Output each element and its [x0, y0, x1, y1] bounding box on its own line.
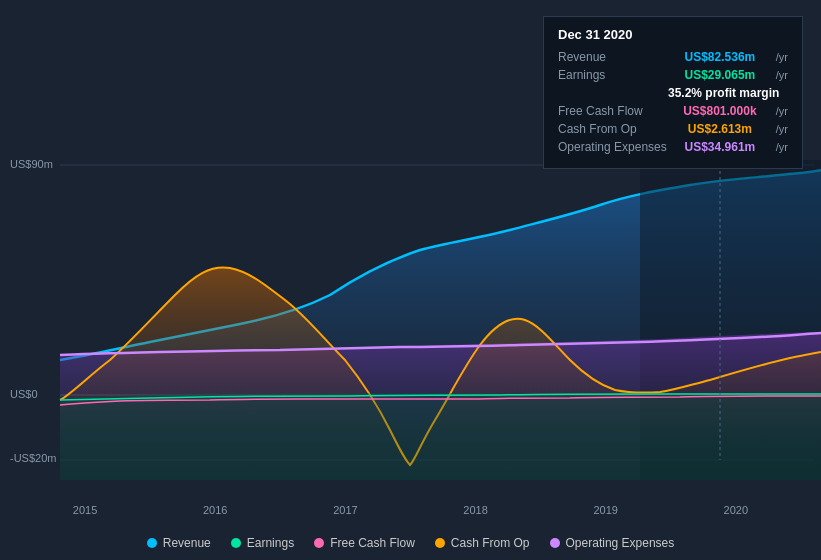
legend-label-fcf: Free Cash Flow — [330, 536, 415, 550]
x-label-2019: 2019 — [593, 504, 617, 516]
legend-label-cashop: Cash From Op — [451, 536, 530, 550]
tooltip-unit-revenue: /yr — [776, 51, 788, 63]
legend-revenue[interactable]: Revenue — [147, 536, 211, 550]
legend-dot-fcf — [314, 538, 324, 548]
x-label-2018: 2018 — [463, 504, 487, 516]
y-label-top: US$90m — [10, 158, 53, 170]
tooltip-label-cashop: Cash From Op — [558, 122, 668, 136]
tooltip-row-cashop: Cash From Op US$2.613m /yr — [558, 122, 788, 136]
tooltip-row-earnings: Earnings US$29.065m /yr — [558, 68, 788, 82]
x-label-2017: 2017 — [333, 504, 357, 516]
x-label-2016: 2016 — [203, 504, 227, 516]
chart-legend: Revenue Earnings Free Cash Flow Cash Fro… — [0, 536, 821, 550]
y-label-mid: US$0 — [10, 388, 38, 400]
legend-fcf[interactable]: Free Cash Flow — [314, 536, 415, 550]
tooltip-unit-fcf: /yr — [776, 105, 788, 117]
tooltip-value-revenue: US$82.536m — [685, 50, 756, 64]
tooltip-value-earnings: US$29.065m — [685, 68, 756, 82]
tooltip-margin: 35.2% profit margin — [558, 86, 788, 100]
data-tooltip: Dec 31 2020 Revenue US$82.536m /yr Earni… — [543, 16, 803, 169]
legend-dot-revenue — [147, 538, 157, 548]
tooltip-unit-opex: /yr — [776, 141, 788, 153]
tooltip-label-revenue: Revenue — [558, 50, 668, 64]
legend-dot-cashop — [435, 538, 445, 548]
tooltip-unit-cashop: /yr — [776, 123, 788, 135]
tooltip-title: Dec 31 2020 — [558, 27, 788, 42]
legend-dot-opex — [550, 538, 560, 548]
tooltip-value-cashop: US$2.613m — [688, 122, 752, 136]
tooltip-unit-earnings: /yr — [776, 69, 788, 81]
y-label-bottom: -US$20m — [10, 452, 56, 464]
tooltip-row-revenue: Revenue US$82.536m /yr — [558, 50, 788, 64]
x-axis-labels: 2015 2016 2017 2018 2019 2020 — [0, 504, 821, 516]
tooltip-value-opex: US$34.961m — [685, 140, 756, 154]
legend-label-opex: Operating Expenses — [566, 536, 675, 550]
tooltip-label-fcf: Free Cash Flow — [558, 104, 668, 118]
legend-earnings[interactable]: Earnings — [231, 536, 294, 550]
legend-label-earnings: Earnings — [247, 536, 294, 550]
x-label-2015: 2015 — [73, 504, 97, 516]
tooltip-row-opex: Operating Expenses US$34.961m /yr — [558, 140, 788, 154]
tooltip-label-earnings: Earnings — [558, 68, 668, 82]
legend-opex[interactable]: Operating Expenses — [550, 536, 675, 550]
legend-cashop[interactable]: Cash From Op — [435, 536, 530, 550]
tooltip-label-opex: Operating Expenses — [558, 140, 668, 154]
legend-label-revenue: Revenue — [163, 536, 211, 550]
earnings-area — [60, 393, 821, 480]
legend-dot-earnings — [231, 538, 241, 548]
tooltip-value-fcf: US$801.000k — [683, 104, 756, 118]
x-label-2020: 2020 — [724, 504, 748, 516]
tooltip-row-fcf: Free Cash Flow US$801.000k /yr — [558, 104, 788, 118]
